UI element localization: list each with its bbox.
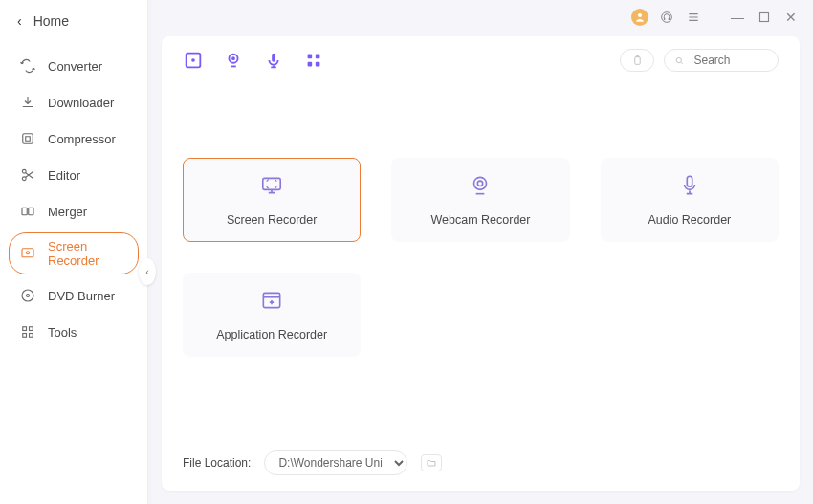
home-label[interactable]: Home — [33, 13, 69, 29]
svg-point-7 — [22, 290, 33, 301]
user-avatar-icon[interactable] — [631, 9, 648, 26]
svg-point-2 — [22, 177, 26, 181]
mode-tabs — [183, 50, 324, 71]
sidebar-item-label: Compressor — [48, 132, 116, 146]
webcam-icon — [468, 173, 493, 198]
sidebar-item-compressor[interactable]: Compressor — [9, 123, 139, 154]
svg-rect-27 — [263, 178, 280, 189]
recorder-cards: Screen Recorder Webcam Recorder Audio Re… — [183, 158, 779, 357]
card-label: Audio Recorder — [648, 213, 731, 227]
sidebar-item-label: Downloader — [48, 96, 114, 110]
svg-rect-30 — [687, 176, 692, 186]
file-location-select[interactable]: D:\Wondershare UniConverter 1 — [264, 450, 407, 475]
svg-point-17 — [191, 58, 195, 62]
header-right — [620, 49, 779, 72]
svg-point-6 — [27, 252, 30, 254]
clipboard-button[interactable] — [620, 49, 654, 72]
sidebar-collapse-handle[interactable]: ‹ — [139, 258, 156, 285]
sidebar-item-label: Merger — [48, 205, 87, 219]
open-folder-button[interactable] — [421, 454, 442, 471]
card-application-recorder[interactable]: Application Recorder — [183, 273, 361, 357]
sidebar-item-downloader[interactable]: Downloader — [9, 87, 139, 118]
card-label: Application Recorder — [216, 328, 327, 341]
svg-rect-12 — [30, 334, 33, 338]
sidebar-item-label: DVD Burner — [48, 289, 115, 303]
panel-header — [183, 49, 779, 72]
sidebar-item-merger[interactable]: Merger — [9, 196, 139, 227]
panel: Screen Recorder Webcam Recorder Audio Re… — [162, 36, 800, 491]
merge-icon — [19, 203, 36, 220]
svg-rect-23 — [308, 62, 313, 67]
svg-rect-3 — [22, 208, 27, 215]
folder-icon — [425, 457, 438, 469]
svg-point-28 — [474, 177, 487, 189]
maximize-button[interactable] — [756, 9, 773, 26]
tab-screen-icon[interactable] — [183, 50, 204, 71]
sidebar-item-label: Screen Recorder — [48, 239, 128, 268]
svg-rect-0 — [23, 134, 33, 144]
svg-rect-15 — [760, 13, 769, 22]
svg-rect-24 — [316, 62, 320, 67]
sidebar-item-dvd-burner[interactable]: DVD Burner — [9, 280, 139, 311]
search-icon — [674, 55, 684, 67]
sidebar-item-editor[interactable]: Editor — [9, 160, 139, 190]
close-button[interactable]: ✕ — [782, 9, 800, 26]
mic-icon — [677, 173, 702, 198]
tab-webcam-icon[interactable] — [223, 50, 244, 71]
card-webcam-recorder[interactable]: Webcam Recorder — [391, 158, 569, 242]
search-input[interactable] — [692, 53, 768, 68]
search-box[interactable] — [664, 49, 779, 72]
scissors-icon — [19, 166, 36, 184]
svg-point-1 — [22, 169, 26, 173]
svg-rect-25 — [634, 56, 639, 64]
home-row: ‹ Home — [0, 0, 147, 48]
loop-icon — [19, 57, 36, 75]
svg-rect-21 — [308, 55, 313, 59]
support-icon[interactable] — [658, 9, 675, 26]
card-audio-recorder[interactable]: Audio Recorder — [601, 158, 779, 242]
svg-point-13 — [638, 13, 642, 17]
tab-apps-icon[interactable] — [303, 50, 324, 71]
record-screen-icon — [19, 245, 36, 262]
footer: File Location: D:\Wondershare UniConvert… — [183, 431, 779, 475]
download-icon — [19, 94, 36, 111]
title-bar: — ✕ — [148, 0, 813, 29]
sidebar-item-tools[interactable]: Tools — [9, 317, 139, 347]
disc-icon — [19, 287, 36, 304]
sidebar: ‹ Home Converter Downloader Compressor E… — [0, 0, 148, 504]
minimize-button[interactable]: — — [729, 9, 746, 26]
sidebar-item-label: Editor — [48, 168, 80, 183]
sidebar-list: Converter Downloader Compressor Editor M… — [0, 48, 147, 350]
sidebar-item-screen-recorder[interactable]: Screen Recorder — [9, 232, 139, 274]
sidebar-item-converter[interactable]: Converter — [9, 51, 139, 81]
grid-icon — [19, 323, 36, 340]
file-location-label: File Location: — [183, 456, 251, 470]
svg-rect-4 — [29, 208, 33, 215]
screen-icon — [259, 173, 284, 198]
svg-rect-20 — [272, 54, 275, 62]
svg-rect-11 — [23, 334, 27, 338]
card-label: Screen Recorder — [227, 213, 318, 227]
svg-point-8 — [27, 295, 30, 297]
svg-point-19 — [231, 56, 235, 60]
card-label: Webcam Recorder — [431, 213, 531, 227]
menu-icon[interactable] — [685, 9, 702, 26]
sidebar-item-label: Converter — [48, 59, 102, 74]
svg-rect-5 — [22, 249, 33, 257]
main-area: ‹ — ✕ — [148, 0, 813, 504]
app-window-icon — [259, 288, 284, 313]
sidebar-item-label: Tools — [48, 325, 77, 340]
svg-rect-22 — [316, 55, 320, 59]
tab-audio-icon[interactable] — [263, 50, 284, 71]
svg-point-26 — [676, 57, 681, 62]
svg-rect-9 — [23, 327, 27, 331]
card-screen-recorder[interactable]: Screen Recorder — [183, 158, 361, 242]
back-arrow-icon[interactable]: ‹ — [17, 13, 22, 29]
compress-icon — [19, 130, 36, 147]
svg-point-29 — [478, 181, 483, 186]
svg-rect-10 — [30, 327, 33, 331]
